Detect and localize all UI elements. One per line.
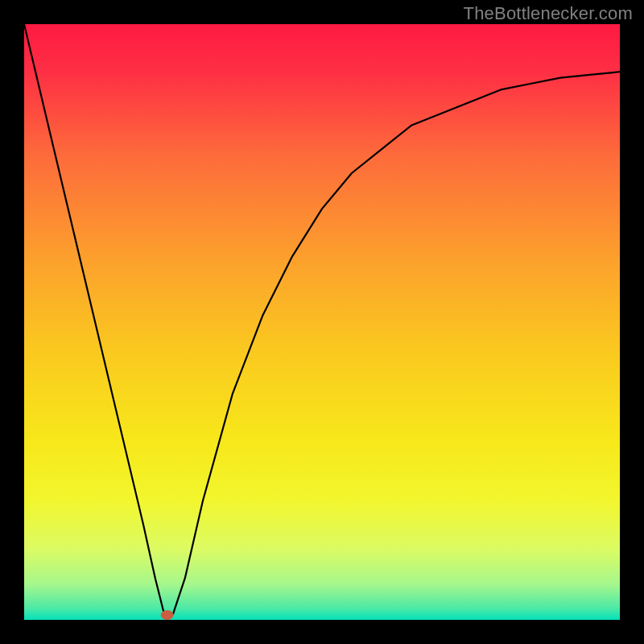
- chart-frame: TheBottlenecker.com: [0, 0, 644, 644]
- optimum-marker: [161, 610, 174, 620]
- gradient-background: [24, 24, 620, 620]
- attribution-text: TheBottlenecker.com: [464, 3, 633, 24]
- bottleneck-chart: [24, 24, 620, 620]
- plot-area: [24, 24, 620, 620]
